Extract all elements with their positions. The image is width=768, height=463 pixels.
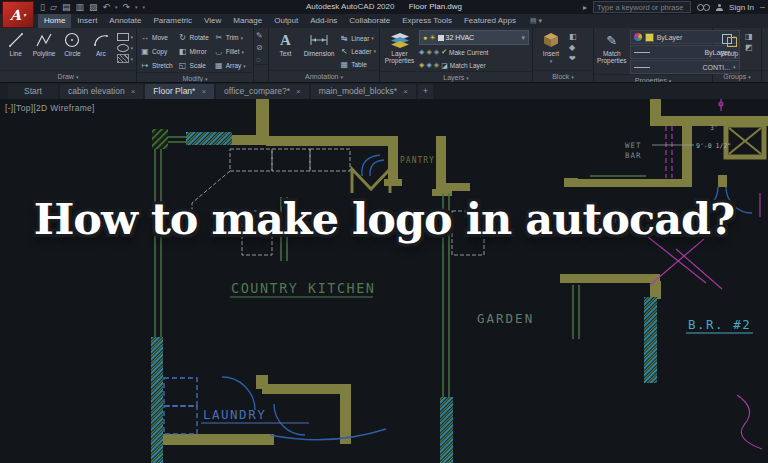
stretch-icon: ↦ <box>140 61 150 70</box>
dimension-button[interactable]: Dimension <box>302 30 336 57</box>
polyline-button[interactable]: Polyline <box>31 30 56 57</box>
fillet-button[interactable]: ◡Fillet▾ <box>214 45 246 58</box>
tab-output[interactable]: Output <box>268 14 304 28</box>
file-tab-start[interactable]: Start <box>8 84 58 99</box>
panel-annotation: AText Dimension ↹Linear▾ ↖Leader▾ ▦Table… <box>269 28 380 82</box>
tab-insert[interactable]: Insert <box>71 14 103 28</box>
mirror-button[interactable]: ◧Mirror <box>178 45 209 58</box>
panel-label-properties[interactable]: Properties ▾ <box>594 74 712 82</box>
group-button[interactable]: Group <box>716 30 742 57</box>
tab-home[interactable]: Home <box>38 14 71 28</box>
array-button[interactable]: ▦Array▾ <box>214 59 246 72</box>
panel-label-block[interactable]: Block ▾ <box>533 70 593 82</box>
layer-tool-icon[interactable]: ◈ <box>434 61 439 69</box>
stretch-button[interactable]: ↦Stretch <box>140 59 173 72</box>
layer-color-swatch <box>438 35 444 41</box>
undo-icon[interactable]: ↶ <box>102 1 110 13</box>
panel-utilities: Mea... Ut... <box>762 28 768 82</box>
redo-icon[interactable]: ↷ <box>122 1 130 13</box>
scale-button[interactable]: ◱Scale <box>178 59 209 72</box>
layer-tool-icon[interactable]: ◈ <box>426 48 431 56</box>
washer-dryer <box>164 378 197 434</box>
tab-featured-apps[interactable]: Featured Apps <box>458 14 522 28</box>
match-layer-button[interactable]: Match Layer <box>450 62 486 69</box>
linear-button[interactable]: ↹Linear▾ <box>339 32 376 44</box>
tab-annotate[interactable]: Annotate <box>103 14 147 28</box>
text-button[interactable]: AText <box>272 30 299 57</box>
erase-tool-icon[interactable]: ⊘ <box>256 43 266 52</box>
close-tab-icon[interactable]: × <box>201 84 206 99</box>
block-create-icon[interactable]: ◆ <box>569 43 577 52</box>
arc-button[interactable]: Arc <box>88 30 113 57</box>
make-current-button[interactable]: Make Current <box>449 49 488 56</box>
lineweight-sample-icon <box>634 52 650 53</box>
panel-label-layers[interactable]: Layers ▾ <box>380 71 532 82</box>
match-properties-button[interactable]: ✎ Match Properties <box>597 30 627 64</box>
move-button[interactable]: ↔Move <box>140 31 173 44</box>
edit-tool-icon[interactable]: ✎ <box>256 31 266 40</box>
ellipse-tool-button[interactable]: ▾ <box>117 43 134 52</box>
layer-tool-icon[interactable]: ◈ <box>426 61 431 69</box>
open-file-icon[interactable]: ▱ <box>50 1 57 13</box>
panel-modify: ↔Move ▣Copy ↦Stretch ↻Rotate ◧Mirror ◱Sc… <box>137 28 254 82</box>
trim-button[interactable]: ✂Trim▾ <box>214 31 246 44</box>
layer-select[interactable]: ● ☀ 32 HVAC ▾ <box>419 30 529 45</box>
panel-label-annotation[interactable]: Annotation ▾ <box>269 70 379 82</box>
tab-collaborate[interactable]: Collaborate <box>343 14 396 28</box>
file-tab-floor-plan[interactable]: Floor Plan*× <box>145 84 214 99</box>
redo-caret-icon[interactable]: ▾ <box>135 1 138 13</box>
panel-label-modify[interactable]: Modify ▾ <box>137 72 253 82</box>
app-menu-button[interactable]: A▾ <box>2 1 34 28</box>
ribbon-minimize-icon[interactable]: ▤ ▾ <box>530 14 542 28</box>
panel-label-groups[interactable]: Groups ▾ <box>713 70 761 82</box>
ungroup-icon[interactable]: ◨ <box>745 32 753 41</box>
copy-button[interactable]: ▣Copy <box>140 45 173 58</box>
layer-properties-button[interactable]: Layer Properties <box>383 30 416 64</box>
layer-tool-icon[interactable]: ◈ <box>419 61 424 69</box>
line-button[interactable]: Line <box>3 30 28 57</box>
hatch-tool-button[interactable]: ▾ <box>117 54 134 63</box>
explode-tool-icon[interactable]: ◌ <box>256 55 266 64</box>
file-tab-cabin-elevation[interactable]: cabin elevation× <box>60 84 143 99</box>
tab-parametric[interactable]: Parametric <box>147 14 198 28</box>
search-history-caret-icon[interactable]: ▸ <box>583 3 587 12</box>
table-button[interactable]: ▦Table <box>339 58 376 70</box>
insert-button[interactable]: Insert▾ <box>536 30 566 65</box>
block-attributes-icon[interactable]: ❤ <box>569 54 577 63</box>
save-as-icon[interactable]: ▥ <box>75 1 84 13</box>
plot-icon[interactable]: ▨ <box>89 1 98 13</box>
new-file-icon[interactable]: ▯ <box>40 1 45 13</box>
save-icon[interactable]: ▤ <box>62 1 71 13</box>
tab-view[interactable]: View <box>198 14 227 28</box>
circle-button[interactable]: Circle <box>60 30 85 57</box>
panel-label-utilities[interactable]: Ut... <box>762 70 768 82</box>
tab-express-tools[interactable]: Express Tools <box>396 14 458 28</box>
drawing-canvas[interactable]: [-][Top][2D Wireframe] <box>0 99 768 463</box>
minimize-button[interactable]: – <box>760 2 765 12</box>
new-tab-button[interactable]: + <box>418 84 433 99</box>
undo-caret-icon[interactable]: ▾ <box>115 1 118 13</box>
layer-tool-icon[interactable]: ◈ <box>434 48 439 56</box>
rectangle-tool-button[interactable]: ▾ <box>117 32 134 41</box>
file-tab-main-model-blocks[interactable]: main_model_blocks*× <box>311 84 416 99</box>
close-tab-icon[interactable]: × <box>131 84 136 99</box>
qat-customize-caret-icon[interactable]: ▾ <box>143 1 146 13</box>
rotate-button[interactable]: ↻Rotate <box>178 31 209 44</box>
close-tab-icon[interactable]: × <box>403 84 408 99</box>
magenta-construction-lines <box>648 99 762 449</box>
search-binoculars-icon[interactable] <box>697 4 710 11</box>
block-edit-icon[interactable]: ◧ <box>569 32 577 41</box>
panel-label-draw[interactable]: Draw ▾ <box>0 70 136 82</box>
viewport-controls[interactable]: [-][Top][2D Wireframe] <box>5 103 95 113</box>
tab-manage[interactable]: Manage <box>227 14 268 28</box>
file-tab-office-compare[interactable]: office_compare?*× <box>216 84 309 99</box>
group-edit-icon[interactable]: ◩ <box>745 43 753 52</box>
layer-tool-icon[interactable]: ◈ <box>419 48 424 56</box>
leader-button[interactable]: ↖Leader▾ <box>339 45 376 57</box>
autocad-logo-icon: A <box>10 7 21 23</box>
tab-addins[interactable]: Add-ins <box>304 14 343 28</box>
search-input[interactable] <box>593 1 691 13</box>
walls-green-lines <box>155 137 646 397</box>
sign-in-link[interactable]: Sign In <box>729 3 754 12</box>
close-tab-icon[interactable]: × <box>296 84 301 99</box>
